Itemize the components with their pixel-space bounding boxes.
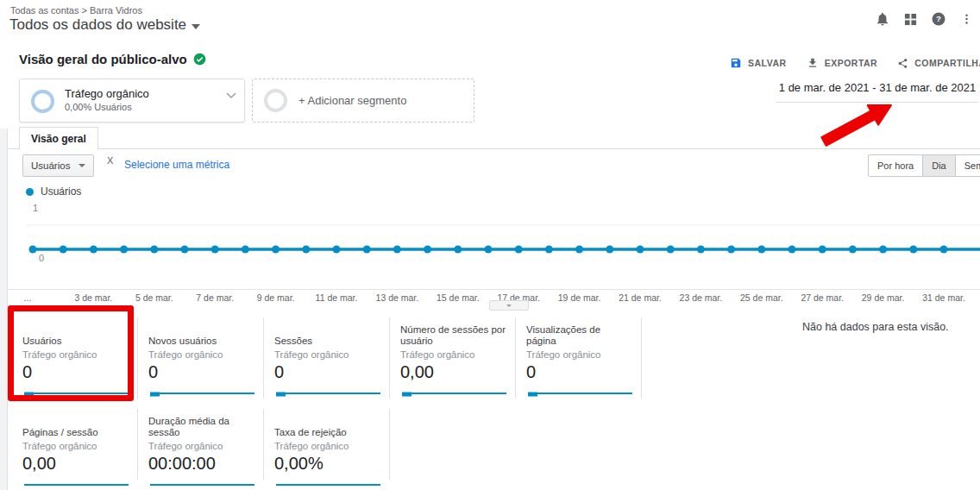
data-point: [909, 246, 917, 254]
property-selector[interactable]: Todos os dados do website: [9, 16, 200, 34]
data-point: [424, 246, 431, 254]
granularity-por-hora[interactable]: Por hora: [868, 154, 923, 177]
x-tick-label: 31 de mar.: [909, 292, 978, 303]
y-tick-label: 0: [39, 253, 44, 263]
x-tick-label: 19 de mar.: [545, 292, 614, 303]
scorecard: Novos usuáriosTráfego orgânico0: [138, 317, 264, 399]
save-button-label: SALVAR: [748, 58, 787, 68]
chart-legend: Usuários: [26, 185, 81, 198]
scorecard: Número de sessões por usuárioTráfego org…: [390, 317, 516, 399]
remove-metric-button[interactable]: X: [107, 155, 113, 166]
topbar-icons: ?: [875, 11, 973, 27]
chart-expander-button[interactable]: [489, 300, 529, 311]
select-metric-link[interactable]: Selecione uma métrica: [124, 159, 229, 171]
data-point: [211, 246, 219, 254]
scorecard-segment: Tráfego orgânico: [148, 349, 254, 360]
date-range-selector[interactable]: 1 de mar. de 2021 - 31 de mar. de 2021: [776, 78, 978, 103]
property-selector-label: Todos os dados do website: [9, 16, 186, 34]
export-button-label: EXPORTAR: [825, 58, 878, 68]
scorecard: Taxa de rejeiçãoTráfego orgânico0,00%: [264, 409, 390, 480]
chevron-down-icon: [192, 24, 200, 29]
x-tick-label: 3 de mar.: [59, 292, 128, 303]
ga-audience-overview-page: Todas as contas > Barra Vidros Todos os …: [0, 0, 980, 490]
save-button[interactable]: SALVAR: [730, 57, 787, 69]
data-point: [302, 246, 310, 254]
share-button[interactable]: COMPARTILHAR: [897, 58, 980, 69]
scorecard-value: 0,00: [400, 361, 506, 382]
scorecard-segment: Tráfego orgânico: [148, 441, 254, 451]
x-tick-label: 21 de mar.: [606, 292, 675, 303]
data-point: [606, 246, 613, 254]
granularity-dia[interactable]: Dia: [923, 154, 956, 177]
more-vertical-icon[interactable]: [960, 12, 973, 26]
scorecard: Visualizações de páginaTráfego orgânico0: [516, 317, 642, 399]
scorecards-row-1: UsuáriosTráfego orgânico0Novos usuáriosT…: [12, 317, 642, 399]
data-point: [757, 246, 765, 254]
data-point: [545, 246, 553, 254]
timeseries-plot: 10: [0, 200, 980, 271]
data-point: [150, 246, 158, 254]
data-point: [879, 246, 887, 254]
left-rail: [0, 129, 8, 490]
scorecard: Duração média da sessãoTráfego orgânico0…: [138, 409, 264, 480]
help-icon[interactable]: ?: [931, 11, 946, 27]
scorecard-sparkline: [22, 481, 130, 489]
data-point: [242, 246, 249, 254]
data-point: [819, 246, 826, 254]
empty-state-message: Não há dados para esta visão.: [802, 321, 949, 333]
export-button[interactable]: EXPORTAR: [807, 57, 878, 69]
scorecard-segment: Tráfego orgânico: [526, 349, 632, 360]
x-tick-label: 23 de mar.: [666, 292, 735, 303]
x-tick-label: 29 de mar.: [849, 292, 918, 303]
scorecard-segment: Tráfego orgânico: [274, 441, 380, 451]
segment-detail: 0,00% Usuários: [65, 102, 132, 112]
data-point: [485, 246, 493, 254]
scorecard-value: 0: [274, 361, 380, 382]
scorecard-value: 0,00%: [274, 453, 380, 474]
active-segment-card[interactable]: Tráfego orgânico 0,00% Usuários: [19, 79, 245, 122]
scorecard-sparkline: [148, 481, 256, 489]
x-tick-label: 11 de mar.: [302, 292, 371, 303]
download-icon: [807, 57, 819, 69]
add-segment-label: + Adicionar segmento: [298, 94, 406, 107]
data-point: [333, 246, 341, 254]
chevron-down-icon[interactable]: [226, 87, 236, 103]
data-point: [727, 246, 735, 254]
save-icon: [730, 57, 742, 69]
scorecard-title: Sessões: [274, 323, 380, 347]
scorecard-value: 0: [148, 361, 254, 382]
data-point: [120, 246, 128, 254]
granularity-semana[interactable]: Semana: [956, 154, 980, 177]
scorecard-title: Taxa de rejeição: [274, 414, 380, 438]
data-point: [667, 246, 675, 254]
x-tick-label: 13 de mar.: [362, 292, 431, 303]
segment-name: Tráfego orgânico: [65, 87, 149, 100]
page-title: Visão geral do público-alvo: [19, 52, 187, 66]
breadcrumb[interactable]: Todas as contas > Barra Vidros: [10, 5, 142, 16]
scorecard-segment: Tráfego orgânico: [22, 349, 129, 360]
x-tick-label: 5 de mar.: [120, 292, 189, 303]
data-point: [697, 246, 705, 254]
data-point: [788, 246, 796, 254]
segment-ring-icon: [264, 89, 287, 112]
scorecard-title: Usuários: [22, 323, 129, 347]
share-button-label: COMPARTILHAR: [914, 58, 980, 68]
data-point: [940, 246, 948, 254]
annotation-arrow: [815, 97, 901, 147]
x-tick-label: 15 de mar.: [424, 292, 493, 303]
y-tick-label: 1: [33, 203, 38, 213]
apps-grid-icon[interactable]: [904, 13, 917, 26]
bell-icon[interactable]: [875, 11, 890, 27]
scorecard-title: Visualizações de página: [526, 323, 632, 347]
scorecard-sparkline: [148, 389, 256, 398]
metric-dropdown[interactable]: Usuários: [22, 154, 94, 177]
x-axis-line: [8, 289, 980, 290]
add-segment-button[interactable]: + Adicionar segmento: [252, 79, 474, 122]
x-tick-label: 27 de mar.: [788, 292, 857, 303]
scorecard-segment: Tráfego orgânico: [22, 441, 129, 451]
scorecard-sparkline: [274, 389, 382, 398]
legend-dot-icon: [26, 188, 34, 196]
tab-overview[interactable]: Visão geral: [19, 127, 98, 149]
scorecard-value: 00:00:00: [148, 453, 254, 474]
data-point: [637, 246, 644, 254]
